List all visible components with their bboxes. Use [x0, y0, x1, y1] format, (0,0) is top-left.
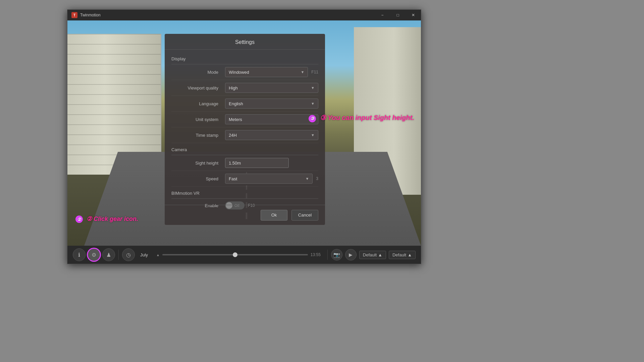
camera-icon: 📷: [333, 252, 340, 258]
label-viewport-quality: Viewport quality: [171, 85, 225, 90]
ok-button[interactable]: Ok: [261, 210, 287, 221]
annotation-sight-input: ③ ③ You can input Sight height.: [309, 114, 414, 122]
select-time-stamp-value: 24H: [229, 133, 237, 138]
close-button[interactable]: ✕: [406, 10, 421, 20]
control-sight-height: [225, 158, 318, 168]
select-language-value: English: [229, 101, 243, 106]
label-mode: Mode: [171, 70, 225, 75]
minimize-button[interactable]: −: [375, 10, 390, 20]
chevron-down-icon: ▼: [305, 177, 309, 181]
label-language: Language: [171, 101, 225, 106]
title-bar: T Twinmotion − □ ✕: [67, 10, 421, 20]
chevron-down-icon: ▼: [311, 102, 315, 106]
row-speed: Speed Fast ▼ 3: [171, 171, 318, 187]
label-speed: Speed: [171, 176, 225, 181]
settings-panel: Settings Display Mode Windowed ▼ F11: [165, 34, 325, 225]
annotation-gear-click: ② ② Click gear icon.: [75, 215, 138, 223]
row-viewport-quality: Viewport quality High ▼: [171, 80, 318, 96]
select-viewport-quality-value: High: [229, 85, 238, 90]
maximize-button[interactable]: □: [390, 10, 406, 20]
chevron-up-icon: ▲: [408, 252, 412, 257]
section-bimmotion: BIMmotion VR: [171, 187, 318, 199]
label-unit-system: Unit system: [171, 117, 225, 122]
sight-height-input[interactable]: [225, 158, 289, 168]
select-viewport-quality[interactable]: High ▼: [225, 83, 318, 93]
toolbar-play-button[interactable]: ▶: [345, 249, 357, 260]
toolbar-person-button[interactable]: ♟: [102, 248, 115, 261]
sight-height-input-wrap: [225, 158, 289, 168]
section-camera: Camera: [171, 143, 318, 155]
row-language: Language English ▼: [171, 96, 318, 112]
control-speed: Fast ▼ 3: [225, 174, 318, 184]
control-viewport-quality: High ▼: [225, 83, 318, 93]
chevron-down-icon: ▼: [311, 133, 315, 137]
app-title: Twinmotion: [80, 13, 101, 17]
toolbar-camera-button[interactable]: 📷: [331, 249, 342, 260]
bottom-toolbar: ℹ ⚙ ♟ ◷ July ▲ 13:55 📷 ▶: [67, 246, 421, 264]
select-time-stamp[interactable]: 24H ▼: [225, 130, 318, 140]
section-display: Display: [171, 52, 318, 64]
row-unit-system: Unit system Meters ▼: [171, 112, 318, 127]
settings-body: Display Mode Windowed ▼ F11 Viewport qua…: [165, 50, 325, 210]
annotation-num-2: ②: [75, 216, 83, 223]
chevron-up-icon: ▲: [378, 252, 382, 257]
clock-icon: ◷: [126, 252, 131, 258]
row-time-stamp: Time stamp 24H ▼: [171, 127, 318, 143]
chevron-down-icon: ▼: [301, 70, 304, 74]
select-language[interactable]: English ▼: [225, 99, 318, 109]
toolbar-info-button[interactable]: ℹ: [73, 248, 86, 261]
row-sight-height: Sight height: [171, 155, 318, 171]
select-speed[interactable]: Fast ▼: [225, 174, 313, 184]
control-unit-system: Meters ▼: [225, 114, 318, 124]
toolbar-gear-button[interactable]: ⚙: [88, 248, 100, 261]
viewport: Settings Display Mode Windowed ▼ F11: [67, 20, 421, 246]
select-unit-system[interactable]: Meters ▼: [225, 114, 318, 124]
person-icon: ♟: [106, 252, 111, 258]
cancel-button[interactable]: Cancel: [291, 210, 318, 221]
toolbar-preset-left[interactable]: Default ▲: [359, 251, 386, 259]
annotation-gear-text: ② Click gear icon.: [87, 216, 138, 222]
speed-extra-value: 3: [316, 176, 318, 181]
gear-icon: ⚙: [92, 252, 96, 258]
annotation-num-3: ③: [309, 115, 316, 122]
select-unit-system-value: Meters: [229, 117, 242, 122]
toolbar-time-section: July ▲ 13:55: [140, 252, 321, 257]
preset-left-label: Default: [363, 252, 377, 257]
select-mode-value: Windowed: [229, 70, 249, 75]
toolbar-month: July: [140, 252, 154, 257]
select-speed-value: Fast: [229, 176, 237, 181]
toolbar-preset-right[interactable]: Default ▲: [389, 251, 416, 259]
settings-footer: Ok Cancel: [165, 205, 325, 225]
chevron-down-icon: ▼: [311, 86, 315, 90]
control-mode: Windowed ▼ F11: [225, 67, 318, 77]
row-mode: Mode Windowed ▼ F11: [171, 64, 318, 80]
time-slider[interactable]: [162, 254, 308, 255]
toolbar-separator-2: [327, 250, 328, 260]
play-icon: ▶: [349, 252, 353, 257]
toolbar-clock-button[interactable]: ◷: [122, 248, 135, 261]
time-slider-thumb: [233, 252, 237, 257]
select-mode[interactable]: Windowed ▼: [225, 67, 308, 77]
control-time-stamp: 24H ▼: [225, 130, 318, 140]
app-logo: T: [71, 12, 77, 18]
preset-right-label: Default: [392, 252, 406, 257]
app-window: T Twinmotion − □ ✕ Settings Display Mode: [67, 9, 421, 264]
toolbar-separator-1: [118, 250, 119, 260]
shortcut-mode: F11: [311, 70, 318, 74]
info-icon: ℹ: [78, 252, 80, 258]
label-sight-height: Sight height: [171, 161, 225, 166]
chevron-up-icon[interactable]: ▲: [156, 253, 160, 257]
settings-title: Settings: [165, 34, 325, 50]
annotation-sight-text: ③ You can input Sight height.: [320, 114, 414, 121]
label-time-stamp: Time stamp: [171, 133, 225, 138]
control-language: English ▼: [225, 99, 318, 109]
toolbar-time-value: 13:55: [311, 252, 321, 257]
window-controls: − □ ✕: [375, 10, 421, 20]
toolbar-right: 📷 ▶ Default ▲ Default ▲: [331, 249, 416, 260]
